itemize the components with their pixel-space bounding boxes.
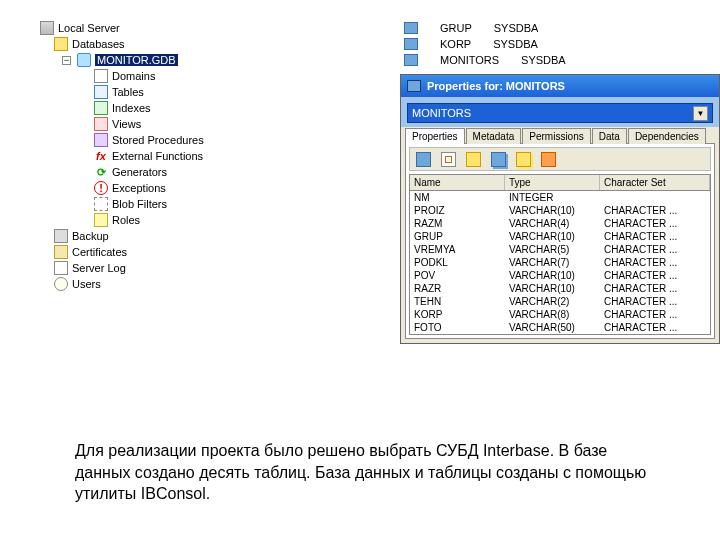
caption-text: Для реализации проекта было решено выбра…	[75, 440, 655, 505]
tree-dbfile-label: MONITOR.GDB	[95, 54, 178, 66]
tree-root[interactable]: Local Server	[40, 20, 250, 36]
tree-backup[interactable]: Backup	[54, 228, 250, 244]
table-row[interactable]: PROIZVARCHAR(10)CHARACTER ...	[410, 204, 710, 217]
toolbar-btn-3[interactable]	[466, 152, 481, 167]
tree-item-views[interactable]: Views	[94, 116, 250, 132]
table-icon	[404, 22, 418, 34]
table-icon	[404, 38, 418, 50]
tables-icon	[94, 85, 108, 99]
tab-data[interactable]: Data	[592, 128, 627, 144]
tab-permissions[interactable]: Permissions	[522, 128, 590, 144]
dropdown-value: MONITORS	[412, 107, 471, 119]
tree-dbfile[interactable]: − MONITOR.GDB	[62, 52, 250, 68]
window-icon	[407, 80, 421, 92]
toolbar-btn-2[interactable]	[441, 152, 456, 167]
tab-properties[interactable]: Properties	[405, 128, 465, 144]
toolbar-btn-6[interactable]	[541, 152, 556, 167]
list-item[interactable]: KORP SYSDBA	[404, 36, 720, 52]
tree-item-sprocs[interactable]: Stored Procedures	[94, 132, 250, 148]
tree-users[interactable]: Users	[54, 276, 250, 292]
indexes-icon	[94, 101, 108, 115]
table-row[interactable]: VREMYAVARCHAR(5)CHARACTER ...	[410, 243, 710, 256]
roles-icon	[94, 213, 108, 227]
certificates-icon	[54, 245, 68, 259]
table-row[interactable]: KORPVARCHAR(8)CHARACTER ...	[410, 308, 710, 321]
tree-databases[interactable]: Databases	[54, 36, 250, 52]
col-type[interactable]: Type	[505, 175, 600, 190]
tree-root-label: Local Server	[58, 22, 120, 34]
tree-item-exceptions[interactable]: ! Exceptions	[94, 180, 250, 196]
columns-grid: Name Type Character Set NMINTEGERPROIZVA…	[409, 174, 711, 335]
table-list: GRUP SYSDBA KORP SYSDBA MONITORS SYSDBA	[400, 20, 720, 68]
table-row[interactable]: NMINTEGER	[410, 191, 710, 204]
database-icon	[77, 53, 91, 67]
tabstrip: Properties Metadata Permissions Data Dep…	[401, 127, 719, 143]
table-row[interactable]: TEHNVARCHAR(2)CHARACTER ...	[410, 295, 710, 308]
server-tree: Local Server Databases − MONITOR.GDB Dom…	[40, 20, 250, 410]
sprocs-icon	[94, 133, 108, 147]
log-icon	[54, 261, 68, 275]
backup-icon	[54, 229, 68, 243]
tree-databases-label: Databases	[72, 38, 125, 50]
tab-dependencies[interactable]: Dependencies	[628, 128, 706, 144]
tree-item-extfunc[interactable]: fx External Functions	[94, 148, 250, 164]
tree-item-blobfilters[interactable]: Blob Filters	[94, 196, 250, 212]
properties-toolbar	[409, 147, 711, 171]
list-item[interactable]: MONITORS SYSDBA	[404, 52, 720, 68]
toolbar-btn-1[interactable]	[416, 152, 431, 167]
server-icon	[40, 21, 54, 35]
generators-icon: ⟳	[94, 165, 108, 179]
list-item[interactable]: GRUP SYSDBA	[404, 20, 720, 36]
chevron-down-icon: ▼	[693, 106, 708, 121]
users-icon	[54, 277, 68, 291]
grid-header: Name Type Character Set	[410, 175, 710, 191]
tree-item-tables[interactable]: Tables	[94, 84, 250, 100]
col-charset[interactable]: Character Set	[600, 175, 710, 190]
views-icon	[94, 117, 108, 131]
table-icon	[404, 54, 418, 66]
table-row[interactable]: RAZRVARCHAR(10)CHARACTER ...	[410, 282, 710, 295]
fx-icon: fx	[94, 149, 108, 163]
table-row[interactable]: FOTOVARCHAR(50)CHARACTER ...	[410, 321, 710, 334]
properties-window: Properties for: MONITORS MONITORS ▼ Prop…	[400, 74, 720, 344]
tree-serverlog[interactable]: Server Log	[54, 260, 250, 276]
tree-item-indexes[interactable]: Indexes	[94, 100, 250, 116]
blob-icon	[94, 197, 108, 211]
tree-item-generators[interactable]: ⟳ Generators	[94, 164, 250, 180]
database-group-icon	[54, 37, 68, 51]
window-title: Properties for: MONITORS	[427, 80, 565, 92]
table-row[interactable]: GRUPVARCHAR(10)CHARACTER ...	[410, 230, 710, 243]
col-name[interactable]: Name	[410, 175, 505, 190]
tree-item-domains[interactable]: Domains	[94, 68, 250, 84]
table-row[interactable]: PODKLVARCHAR(7)CHARACTER ...	[410, 256, 710, 269]
domains-icon	[94, 69, 108, 83]
toolbar-btn-5[interactable]	[516, 152, 531, 167]
tree-certificates[interactable]: Certificates	[54, 244, 250, 260]
table-row[interactable]: POVVARCHAR(10)CHARACTER ...	[410, 269, 710, 282]
toolbar-btn-4[interactable]	[491, 152, 506, 167]
tab-metadata[interactable]: Metadata	[466, 128, 522, 144]
collapse-icon[interactable]: −	[62, 56, 71, 65]
tab-panel: Name Type Character Set NMINTEGERPROIZVA…	[405, 143, 715, 339]
table-row[interactable]: RAZMVARCHAR(4)CHARACTER ...	[410, 217, 710, 230]
window-titlebar[interactable]: Properties for: MONITORS	[401, 75, 719, 97]
exceptions-icon: !	[94, 181, 108, 195]
tree-item-roles[interactable]: Roles	[94, 212, 250, 228]
table-selector-dropdown[interactable]: MONITORS ▼	[407, 103, 713, 123]
